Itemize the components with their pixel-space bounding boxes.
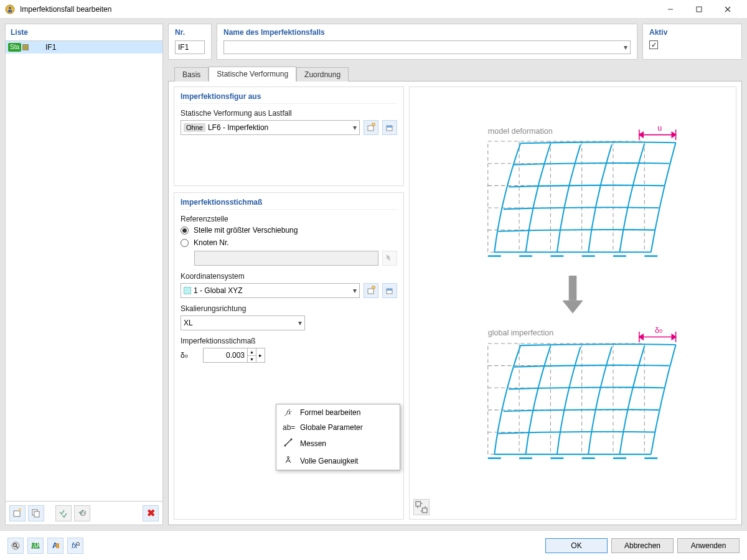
svg-rect-7	[14, 511, 20, 516]
svg-point-12	[372, 123, 375, 126]
refresh-button[interactable]	[74, 505, 90, 521]
svg-text:u: u	[657, 124, 662, 133]
svg-rect-10	[34, 511, 39, 517]
loadcase-prefix: Ohne	[184, 123, 205, 132]
section-stichmass: Imperfektionsstichmaß Referenzstelle Ste…	[174, 192, 404, 520]
new-csys-button[interactable]	[364, 283, 378, 298]
tab-container: Basis Statische Verformung Zuordnung Imp…	[168, 65, 742, 525]
radio-icon	[181, 239, 189, 247]
delta-symbol: δ₀	[181, 351, 199, 360]
loadcase-combo[interactable]: Ohne LF6 - Imperfektion ▾	[181, 120, 360, 135]
nr-field[interactable]: IF1	[175, 40, 205, 54]
csys-label: Koordinatensystem	[181, 272, 397, 281]
scale-combo[interactable]: XL ▾	[181, 315, 305, 330]
svg-point-16	[372, 286, 375, 289]
name-combo[interactable]: ▾	[223, 40, 631, 54]
csys-color-icon	[184, 287, 191, 294]
tabs: Basis Statische Verformung Zuordnung	[168, 65, 742, 81]
help-button[interactable]	[7, 538, 24, 554]
list-item-color-icon	[22, 44, 29, 50]
svg-line-67	[288, 459, 291, 464]
tab-zuordnung[interactable]: Zuordnung	[296, 67, 349, 82]
list-body: Sta IF1	[6, 41, 162, 501]
section-title: Imperfektionsfigur aus	[181, 92, 397, 104]
apply-button[interactable]: Anwenden	[677, 538, 740, 553]
delta-input[interactable]: 0.003 ▲ ▼ ▸	[203, 348, 265, 363]
list-toolbar: ✖	[6, 501, 162, 525]
svg-point-63	[284, 445, 286, 447]
parameter-icon: ab=	[283, 423, 294, 432]
chevron-down-icon: ▾	[349, 123, 357, 132]
menu-item-messen[interactable]: Messen	[276, 435, 400, 452]
edit-loadcase-button[interactable]	[382, 120, 397, 135]
svg-rect-14	[387, 126, 392, 128]
svg-point-8	[19, 508, 21, 511]
formula-toolbar-button[interactable]: fx	[67, 538, 83, 554]
tab-body: Imperfektionsfigur aus Statische Verform…	[168, 81, 742, 525]
svg-point-64	[291, 439, 293, 441]
spinner-more[interactable]: ▸	[256, 348, 265, 362]
tab-statische-verformung[interactable]: Statische Verformung	[209, 67, 296, 82]
chevron-down-icon: ▾	[294, 319, 302, 327]
list-panel: Liste Sta IF1 ✖	[5, 24, 163, 525]
svg-text:0,00: 0,00	[31, 541, 40, 549]
svg-line-78	[79, 544, 80, 546]
spinner-up[interactable]: ▲	[247, 348, 256, 355]
units-button[interactable]: 0,00	[27, 538, 44, 554]
svg-rect-39	[569, 276, 577, 301]
aktiv-box: Aktiv	[642, 24, 742, 60]
svg-rect-11	[368, 126, 374, 131]
svg-text:global imperfection: global imperfection	[488, 329, 553, 337]
window-title: Imperfektionsfall bearbeiten	[20, 5, 656, 14]
scale-label: Skalierungsrichtung	[181, 304, 397, 313]
section-imperfektionsfigur: Imperfektionsfigur aus Statische Verform…	[174, 86, 404, 186]
copy-item-button[interactable]	[28, 505, 44, 521]
preview-panel: model deformation u	[409, 86, 736, 520]
close-button[interactable]	[713, 0, 742, 19]
svg-point-69	[12, 542, 19, 549]
svg-line-66	[286, 459, 288, 464]
pick-node-button[interactable]	[382, 251, 397, 266]
svg-rect-60	[416, 502, 421, 506]
maximize-button[interactable]	[685, 0, 713, 19]
svg-rect-61	[423, 508, 428, 513]
spinner-down[interactable]: ▼	[247, 355, 256, 362]
main-panel: Nr. IF1 Name des Imperfektionsfalls ▾ Ak…	[168, 24, 742, 525]
radio-node-nr[interactable]: Knoten Nr.	[181, 238, 397, 247]
svg-point-65	[288, 457, 289, 459]
node-nr-field	[194, 251, 378, 266]
tab-basis[interactable]: Basis	[174, 67, 209, 82]
preview-settings-button[interactable]	[413, 499, 430, 515]
ok-button[interactable]: OK	[545, 538, 608, 553]
new-item-button[interactable]	[9, 505, 26, 521]
delete-item-button[interactable]: ✖	[143, 505, 159, 521]
svg-point-1	[9, 7, 11, 9]
edit-csys-button[interactable]	[382, 283, 397, 298]
csys-combo[interactable]: 1 - Global XYZ ▾	[181, 283, 360, 298]
svg-text:δ₀: δ₀	[655, 326, 662, 335]
check-all-button[interactable]	[55, 505, 72, 521]
context-menu: 𝑓𝑥 Formel bearbeiten ab= Globale Paramet…	[276, 404, 400, 470]
font-button[interactable]: A	[47, 538, 63, 554]
name-label: Name des Imperfektionsfalls	[223, 28, 631, 37]
precision-icon	[283, 455, 294, 467]
ref-label: Referenzstelle	[181, 215, 397, 223]
menu-item-globale-parameter[interactable]: ab= Globale Parameter	[276, 420, 400, 435]
list-item[interactable]: Sta IF1	[6, 41, 162, 54]
titlebar: Imperfektionsfall bearbeiten	[0, 0, 747, 19]
bottom-bar: 0,00 A fx OK Abbrechen Anwenden	[0, 530, 747, 560]
svg-rect-75	[56, 543, 59, 548]
measure-icon	[283, 438, 294, 449]
radio-max-displacement[interactable]: Stelle mit größter Verschiebung	[181, 226, 397, 235]
list-item-tag: Sta	[8, 43, 21, 52]
app-icon	[5, 4, 15, 14]
fx-icon: 𝑓𝑥	[283, 408, 294, 417]
aktiv-checkbox[interactable]	[649, 40, 658, 49]
menu-item-volle-genauigkeit[interactable]: Volle Genauigkeit	[276, 452, 400, 470]
new-loadcase-button[interactable]	[364, 120, 378, 135]
svg-rect-2	[8, 10, 12, 12]
radio-icon	[181, 226, 189, 235]
cancel-button[interactable]: Abbrechen	[611, 538, 674, 553]
minimize-button[interactable]	[656, 0, 685, 19]
menu-item-formel[interactable]: 𝑓𝑥 Formel bearbeiten	[276, 404, 400, 420]
